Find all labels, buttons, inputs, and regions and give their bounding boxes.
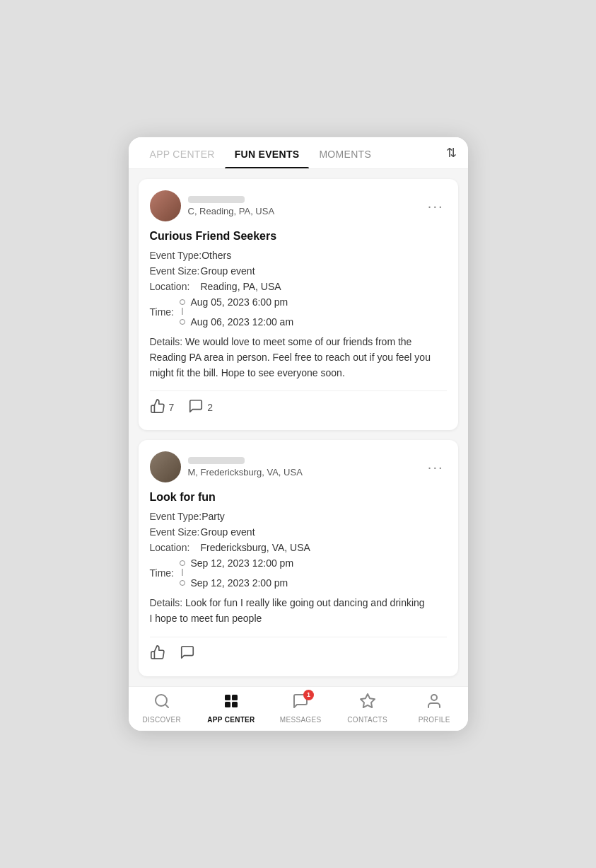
avatar-2 [150,451,181,482]
time-row-start-2: Time: Sep 12, 2023 12:00 pm Sep 12, 2023… [150,557,447,589]
time-connector-1 [182,308,183,315]
like-btn-2[interactable] [150,642,165,665]
user-info-1: C, Reading, PA, USA [188,196,425,216]
like-btn-1[interactable]: 7 [150,395,175,419]
location-value-1: Reading, PA, USA [201,281,281,292]
time-end-value-1: Aug 06, 2023 12:00 am [191,316,294,328]
event-type-label-1: Event Type: [150,250,202,261]
event-location-row-2: Location: Fredericksburg, VA, USA [150,542,447,553]
username-blurred-2 [188,457,245,464]
details-label-1: Details: [150,336,183,347]
bottom-nav-contacts[interactable]: CONTACTS [346,693,389,724]
tab-fun-events[interactable]: FUN EVENTS [225,137,310,168]
bottom-nav-discover[interactable]: DISCOVER [141,693,183,724]
event-size-row-2: Event Size: Group event [150,526,447,538]
time-dot-end-1 [180,319,185,325]
more-options-btn-2[interactable]: ··· [425,460,447,474]
discover-icon [153,693,170,714]
details-block-2: Details: Look for fun I really like goin… [150,596,447,626]
comment-btn-2[interactable] [180,642,195,665]
user-info-2: M, Fredericksburg, VA, USA [188,457,425,478]
messages-badge: 1 [303,690,314,700]
details-label-2: Details: [150,597,183,608]
time-block-2: Time: Sep 12, 2023 12:00 pm Sep 12, 2023… [150,557,447,589]
profile-icon [426,693,443,714]
svg-marker-6 [361,694,375,707]
time-start-value-1: Aug 05, 2023 6:00 pm [191,296,288,308]
thumb-icon-2 [150,644,165,662]
app-center-icon [223,693,240,714]
event-size-value-1: Group event [201,265,255,277]
svg-point-7 [431,695,437,700]
bottom-nav: DISCOVER APP CENTER 1 MESSAGES [129,686,468,731]
messages-label: MESSAGES [280,716,322,724]
event-card-2: M, Fredericksburg, VA, USA ··· Look for … [139,440,458,676]
event-size-label-1: Event Size: [150,265,201,277]
location-label-1: Location: [150,281,201,292]
time-lines-2: Sep 12, 2023 12:00 pm Sep 12, 2023 2:00 … [178,557,294,589]
time-lines-1: Aug 05, 2023 6:00 pm Aug 06, 2023 12:00 … [178,296,294,328]
phone-frame: APP CENTER FUN EVENTS MOMENTS ⇅ C, Readi… [129,137,468,730]
bottom-nav-profile[interactable]: PROFILE [413,693,455,724]
time-block-1: Time: Aug 05, 2023 6:00 pm Aug 06, 2023 … [150,296,447,328]
app-center-label: APP CENTER [207,716,255,724]
event-size-value-2: Group event [201,526,255,538]
more-options-btn-1[interactable]: ··· [425,199,447,213]
event-type-row-1: Event Type: Others [150,250,447,261]
event-card-1: C, Reading, PA, USA ··· Curious Friend S… [139,179,458,430]
contacts-icon [359,693,376,714]
svg-rect-5 [232,702,238,707]
thumb-icon-1 [150,398,165,416]
time-dot-start-1 [180,299,185,305]
card-header-2: M, Fredericksburg, VA, USA ··· [150,451,447,482]
details-text-1: We would love to meet some of our friend… [150,336,431,378]
tab-app-center[interactable]: APP CENTER [140,137,225,168]
event-type-row-2: Event Type: Party [150,511,447,522]
comment-btn-1[interactable]: 2 [188,395,213,419]
avatar-1 [150,190,181,221]
svg-rect-3 [232,695,238,700]
time-label-1: Time: [150,306,178,318]
location-label-2: Location: [150,542,201,553]
top-nav: APP CENTER FUN EVENTS MOMENTS ⇅ [129,137,468,169]
username-blurred-1 [188,196,245,203]
svg-rect-2 [225,695,230,700]
details-text-2: Look for fun I really like going out dan… [150,597,425,624]
card-actions-2 [150,637,447,665]
user-location-1: C, Reading, PA, USA [188,206,425,216]
location-value-2: Fredericksburg, VA, USA [201,542,310,553]
messages-icon: 1 [292,693,309,714]
svg-rect-4 [225,702,230,707]
event-title-1: Curious Friend Seekers [150,230,447,243]
comment-icon-1 [188,398,204,416]
time-end-value-2: Sep 12, 2023 2:00 pm [191,577,288,589]
event-size-label-2: Event Size: [150,526,201,538]
event-type-label-2: Event Type: [150,511,202,522]
sort-icon[interactable]: ⇅ [440,139,457,166]
event-type-value-1: Others [201,250,231,261]
card-header-1: C, Reading, PA, USA ··· [150,190,447,221]
comment-count-1: 2 [207,402,213,413]
content-area: C, Reading, PA, USA ··· Curious Friend S… [129,169,468,685]
time-row-start-1: Time: Aug 05, 2023 6:00 pm Aug 06, 2023 … [150,296,447,328]
like-count-1: 7 [169,402,175,413]
contacts-label: CONTACTS [347,716,387,724]
time-label-2: Time: [150,567,178,579]
event-size-row-1: Event Size: Group event [150,265,447,277]
time-connector-2 [182,569,183,576]
bottom-nav-app-center[interactable]: APP CENTER [207,693,255,724]
profile-label: PROFILE [419,716,450,724]
event-location-row-1: Location: Reading, PA, USA [150,281,447,292]
time-dot-start-2 [180,560,185,566]
comment-icon-2 [180,644,195,662]
time-start-value-2: Sep 12, 2023 12:00 pm [191,557,294,569]
time-dot-end-2 [180,580,185,586]
svg-line-1 [165,704,168,707]
event-type-value-2: Party [201,511,225,522]
user-location-2: M, Fredericksburg, VA, USA [188,467,425,478]
tab-moments[interactable]: MOMENTS [309,137,381,168]
discover-label: DISCOVER [142,716,181,724]
bottom-nav-messages[interactable]: 1 MESSAGES [279,693,322,724]
details-block-1: Details: We would love to meet some of o… [150,335,447,381]
card-actions-1: 7 2 [150,390,447,419]
